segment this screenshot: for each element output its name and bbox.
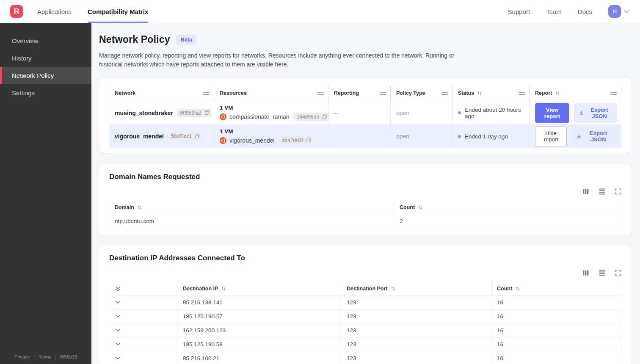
table-row[interactable]: ntp.ubuntu.com 2 [109,214,621,228]
column-resize-handle-icon[interactable] [441,92,448,95]
row-density-icon[interactable] [599,188,606,195]
column-header-count[interactable]: Count [394,201,621,214]
column-header-policy-type[interactable]: Policy Type [391,85,452,101]
sort-icon[interactable] [515,286,520,291]
count-cell: 16 [491,351,621,364]
table-row[interactable]: 95.216.100.21 123 16 [109,351,621,364]
column-header-domain[interactable]: Domain [109,201,394,214]
row-density-icon[interactable] [599,269,606,276]
sort-icon[interactable] [137,205,142,210]
table-row[interactable]: vigorous_mendel 5bdf3dc1 1 VM vigorous_m… [109,124,621,148]
account-menu-chevron[interactable] [623,9,630,14]
expand-row-icon[interactable] [110,300,121,304]
column-header-reporting[interactable]: Reporting [328,85,391,101]
columns-icon[interactable] [582,270,589,276]
network-name-cell: musing_stonebraker 60959fad [109,101,214,124]
nav-link-docs[interactable]: Docs [578,8,592,15]
reporting-cell: – [328,101,391,124]
expand-row-icon[interactable] [110,342,121,346]
count-cell: 16 [491,337,621,351]
sidebar-footer: Privacy | Terms | 5f56b15 [0,354,91,360]
destination-port-cell: 123 [341,323,491,337]
network-id: 60959fad [180,110,201,116]
terms-link[interactable]: Terms [39,354,51,359]
table-toolbar [109,188,621,195]
destination-port-cell: 123 [341,295,491,309]
column-label: Destination Port [347,286,388,292]
domain-cell: ntp.ubuntu.com [109,214,394,228]
table-row[interactable]: 185.125.190.58 123 16 [109,337,621,351]
tab-compatibility-matrix[interactable]: Compatibility Matrix [88,0,148,23]
column-header-report[interactable]: Report [530,85,621,101]
sort-icon[interactable] [418,205,423,210]
table-row[interactable]: 95.216.138.141 123 16 [109,295,621,309]
column-header-count[interactable]: Count [491,282,621,295]
sort-icon[interactable] [391,286,396,291]
sidebar-item-settings[interactable]: Settings [0,84,91,102]
column-resize-handle-icon[interactable] [380,92,386,95]
network-id-badge[interactable]: 60959fad [177,109,212,117]
copy-icon[interactable] [321,114,327,120]
columns-icon[interactable] [582,188,589,195]
column-header-resources[interactable]: Resources [214,85,328,101]
expand-row-icon[interactable] [110,356,121,360]
app-logo[interactable]: R [10,5,23,18]
destination-ip-card: Destination IP Addresses Connected To De… [99,245,632,364]
hide-report-button[interactable]: Hide report [535,126,567,146]
column-label: Destination IP [183,286,218,292]
reporting-cell: – [328,125,391,148]
column-header-destination-port[interactable]: Destination Port [341,282,491,295]
domain-names-card: Domain Names Requested Domain Count ntp.… [99,164,632,236]
column-header-destination-ip[interactable]: Destination IP [177,282,341,295]
column-resize-handle-icon[interactable] [317,92,324,95]
column-label: Reporting [334,90,359,96]
card-title: Domain Names Requested [109,173,621,181]
view-report-button[interactable]: View report [535,103,569,123]
avatar[interactable]: H [608,5,621,18]
download-icon [579,110,584,116]
column-resize-handle-icon[interactable] [610,92,617,95]
sidebar-item-overview[interactable]: Overview [0,32,91,50]
expand-row-icon[interactable] [110,314,121,318]
column-resize-handle-icon[interactable] [519,92,525,95]
export-json-button[interactable]: Export JSON [574,103,617,123]
nav-link-support[interactable]: Support [508,8,530,15]
network-id-badge[interactable]: 5bdf3dc1 [168,132,202,141]
network-policy-card: Network Resources Reporting Policy Type … [99,78,632,153]
sort-icon[interactable] [221,286,226,291]
copy-icon[interactable] [204,110,209,116]
expander-cell [109,351,177,364]
resource-id-badge[interactable]: aba2dd3f [279,136,313,145]
table-row[interactable]: 185.125.190.57 123 16 [109,309,621,323]
tab-applications[interactable]: Applications [37,0,72,23]
status-dot-icon [458,111,461,114]
destination-ip-cell: 185.125.190.57 [177,309,341,323]
column-header-status[interactable]: Status [452,85,530,101]
export-json-button[interactable]: Export JSON [571,127,617,146]
resource-name: compassionate_raman [229,113,290,120]
table-row[interactable]: 162.159.200.123 123 16 [109,323,621,337]
sidebar-item-network-policy[interactable]: Network Policy [0,67,91,84]
fullscreen-icon[interactable] [615,188,621,195]
column-label: Status [458,90,474,96]
expand-all-icon[interactable] [110,286,121,292]
destination-port-cell: 123 [341,337,491,351]
copy-icon[interactable] [194,134,199,139]
resource-id-badge[interactable]: 184696a5 [293,113,329,121]
column-resize-handle-icon[interactable] [203,92,210,95]
sort-icon[interactable] [555,91,560,96]
page-title: Network Policy [99,34,170,45]
expand-row-icon[interactable] [110,328,121,332]
fullscreen-icon[interactable] [615,270,621,276]
privacy-link[interactable]: Privacy [14,354,30,359]
nav-link-team[interactable]: Team [546,8,562,15]
table-row[interactable]: musing_stonebraker 60959fad 1 VM compass… [109,101,621,124]
policy-type-cell: open [391,101,452,124]
sort-icon[interactable] [477,91,482,96]
column-header-network[interactable]: Network [109,85,214,101]
count-cell: 2 [394,214,621,228]
destination-ip-cell: 185.125.190.58 [177,337,341,351]
resource-id: aba2dd3f [282,138,303,143]
copy-icon[interactable] [305,138,311,143]
sidebar-item-history[interactable]: History [0,50,91,67]
